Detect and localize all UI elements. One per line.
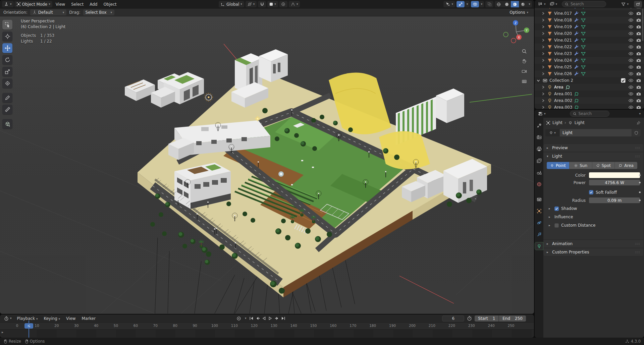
menu-add[interactable]: Add [87,2,100,7]
editor-type-button[interactable]: ▾ [2,1,14,7]
transform-orientation-dropdown[interactable]: Global ▾ [219,1,244,7]
outliner-row-vine-017[interactable]: Vine.017 [535,10,644,17]
camera-view-icon[interactable] [522,69,527,74]
xray-toggle[interactable] [485,1,493,7]
camera-visibility-icon[interactable] [636,84,641,90]
pan-hand-icon[interactable] [522,59,527,64]
outliner-editor-type-button[interactable]: ▾ [536,1,548,7]
tool-transform[interactable] [2,78,12,88]
playhead-line[interactable] [29,321,29,338]
modifier-wrench-icon[interactable] [574,51,579,56]
custom-distance-checkbox[interactable] [554,223,559,228]
mesh-data-icon[interactable] [581,64,586,70]
tab-world[interactable] [535,180,543,188]
menu-playback[interactable]: Playback ▾ [14,316,41,321]
hide-eye-icon[interactable] [628,64,634,70]
light-data-icon[interactable] [574,98,579,103]
light-type-sun[interactable]: Sun [570,162,592,169]
camera-visibility-icon[interactable] [636,64,641,70]
outliner-row-area-003[interactable]: Area.003 [535,104,644,109]
camera-visibility-icon[interactable] [636,58,641,63]
options-dropdown[interactable]: Options ▾ [507,9,531,15]
camera-visibility-icon[interactable] [636,31,641,36]
camera-visibility-icon[interactable] [636,17,641,23]
light-type-area[interactable]: Area [615,162,637,169]
tool-rotate[interactable] [2,55,12,65]
overlays-dropdown[interactable]: ▾ [479,1,484,7]
properties-search[interactable] [570,111,609,117]
tool-move[interactable] [2,43,12,53]
outliner-display-mode-button[interactable]: ▾ [548,1,559,7]
hide-eye-icon[interactable] [628,71,634,76]
expand-toggle-icon[interactable] [541,24,545,30]
outliner-search[interactable] [562,1,606,7]
pivot-point-dropdown[interactable]: ▾ [246,1,257,7]
mesh-data-icon[interactable] [581,38,586,43]
play-reverse-button[interactable] [261,315,267,321]
modifier-wrench-icon[interactable] [574,31,579,36]
mesh-data-icon[interactable] [581,11,586,16]
camera-visibility-icon[interactable] [636,78,641,83]
timeline-ruler[interactable]: 6 01020304050607080901001101201301401501… [0,323,534,330]
hide-eye-icon[interactable] [628,31,634,36]
outliner-row-vine-018[interactable]: Vine.018 [535,17,644,23]
properties-options-dropdown[interactable]: ▾ [639,112,641,115]
outliner-row-area[interactable]: Area [535,84,644,91]
menu-keying[interactable]: Keying ▾ [41,316,63,321]
timeline-expand-icon[interactable]: ▸ [2,330,3,334]
modifier-wrench-icon[interactable] [574,11,579,16]
id-type-dropdown[interactable]: ▾ [545,129,559,136]
show-gizmo-toggle[interactable] [457,1,465,7]
tab-object-data[interactable] [535,242,543,250]
hide-eye-icon[interactable] [628,58,634,63]
auto-keying-toggle[interactable] [235,315,243,322]
mesh-data-icon[interactable] [581,71,586,76]
custom-distance-subpanel[interactable]: ▸ Custom Distance [549,223,595,228]
mesh-data-icon[interactable] [581,58,586,63]
orientation-default-dropdown[interactable]: Default ▾ [30,9,67,15]
proportional-editing-toggle[interactable] [279,1,287,7]
animate-dot[interactable] [639,191,641,193]
outliner-row-vine-025[interactable]: Vine.025 [535,64,644,70]
fake-user-shield-button[interactable] [632,129,641,136]
camera-visibility-icon[interactable] [636,91,641,97]
zoom-icon[interactable] [522,49,527,54]
tab-render[interactable] [535,133,543,141]
outliner-search-input[interactable] [571,2,603,6]
menu-marker[interactable]: Marker [79,316,98,321]
camera-visibility-icon[interactable] [636,38,641,43]
pin-icon[interactable] [636,121,641,125]
influence-subpanel[interactable]: ▸ Influence [549,215,573,219]
properties-search-input[interactable] [579,111,606,116]
gizmo-dropdown[interactable]: ▾ [465,1,470,7]
tab-constraints[interactable] [535,231,543,238]
mode-dropdown[interactable]: Object Mode ▾ [14,1,52,7]
hide-eye-icon[interactable] [628,11,634,16]
outliner-row-vine-020[interactable]: Vine.020 [535,30,644,37]
camera-visibility-icon[interactable] [636,11,641,16]
properties-editor-type-button[interactable]: ▾ [536,111,548,117]
stopwatch-icon[interactable] [467,316,472,321]
navigation-gizmo[interactable]: Z Y X [503,18,529,45]
expand-toggle-icon[interactable] [541,58,545,63]
light-color-swatch[interactable] [589,172,640,178]
expand-toggle-icon[interactable] [541,44,545,50]
menu-view[interactable]: View [53,2,68,7]
preview-panel-header[interactable]: ▸ Preview ∷∷ [543,144,643,152]
light-type-point[interactable]: Point [547,162,570,169]
show-overlays-toggle[interactable] [471,1,479,7]
custom-properties-panel-header[interactable]: ▸ Custom Properties ∷∷ [543,248,643,256]
mesh-data-icon[interactable] [581,44,586,50]
modifier-wrench-icon[interactable] [574,44,579,50]
hide-eye-icon[interactable] [628,91,634,97]
frame-start-field[interactable]: Start 1 [475,315,498,322]
camera-visibility-icon[interactable] [636,24,641,30]
radius-field[interactable]: 0.09 m [589,197,640,203]
tab-collection[interactable] [535,195,543,203]
outliner-row-area-002[interactable]: Area.002 [535,97,644,104]
menu-object[interactable]: Object [101,2,119,7]
snap-target-dropdown[interactable]: ▾ [267,1,278,7]
modifier-wrench-icon[interactable] [574,71,579,76]
tab-view-layer[interactable] [535,157,543,164]
animation-panel-header[interactable]: ▸ Animation ∷∷ [543,240,643,247]
